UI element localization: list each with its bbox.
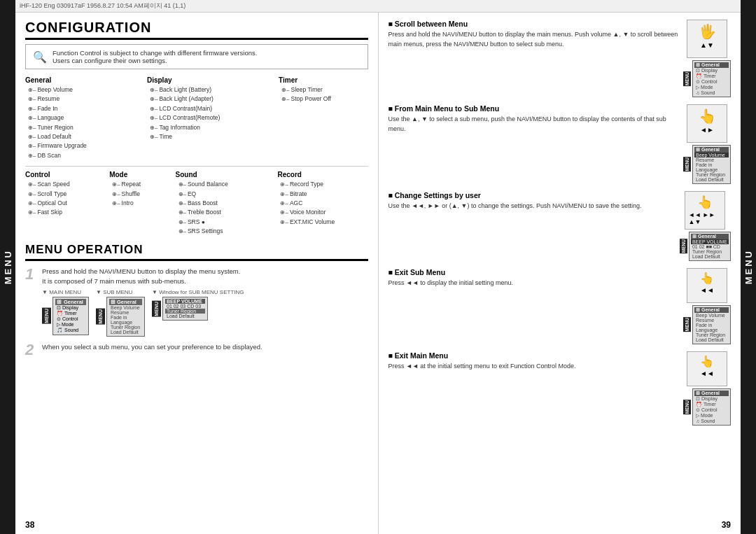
config-mode-items: ⊕–Repeat⊕–Shuffle⊕–Intro [109,180,172,208]
main-menu-label: ▼ MAIN MENU [42,289,89,295]
exit-main-text: Press ◄◄ at the initial setting menu to … [388,362,680,372]
left-page-number: 38 [25,520,34,530]
config-item: ⊕–Resume [25,94,144,104]
config-item: ⊕–Scan Speed [25,180,106,189]
config-col-general: General ⊕–Beep Volume⊕–Resume⊕–Fade In⊕–… [25,76,144,160]
right-page-number: 39 [722,520,731,530]
step-2-number: 2 [25,342,38,358]
config-col-control: Control ⊕–Scan Speed⊕–Scroll Type⊕–Optic… [25,171,106,236]
config-item: ⊕–SRS ● [176,218,275,227]
config-item: ⊕–Optical Out [25,199,106,208]
config-item: ⊕–Load Default [25,132,144,141]
config-col-sound-header: Sound [176,171,275,178]
step-2-text: When you select a sub menu, you can set … [42,342,368,358]
step-1-text-1: Press and hold the NAVI/MENU button to d… [42,267,368,276]
config-item: ⊕–Time [147,132,276,141]
config-col-display: Display ⊕–Back Light (Battery)⊕–Back Lig… [147,76,276,160]
config-item: ⊕–Scroll Type [25,190,106,199]
main-menu-list: ⊞General ⊡Display ⏰Timer ⊙Control ▷Mode … [52,297,89,335]
config-col-mode-header: Mode [109,171,172,178]
window-label: ▼ Window for SUB MENU SETTING [152,289,244,295]
config-item: ⊕–Voice Monitor [277,208,368,217]
main-to-sub-header: ■ From Main Menu to Sub Menu [388,104,680,113]
step-1-text-2: It is composed of 7 main menus with sub-… [42,276,368,286]
config-item: ⊕–LCD Contrast(Main) [147,104,276,113]
config-item: ⊕–Beep Volume [25,85,144,94]
config-col-control-header: Control [25,171,106,178]
left-page: CONFIGURATION 🔍 Function Control is subj… [15,13,379,534]
top-header-text: iHF-120 Eng 030917aF 1956.8.27 10:54 AM페… [20,1,186,10]
config-display-items: ⊕–Back Light (Battery)⊕–Back Light (Adap… [147,85,276,141]
config-col-mode: Mode ⊕–Repeat⊕–Shuffle⊕–Intro [109,171,172,236]
config-record-items: ⊕–Record Type⊕–Bitrate⊕–AGC⊕–Voice Monit… [277,180,368,227]
right-page: ■ Scroll between Menu Press and hold the… [379,13,741,534]
config-control-items: ⊕–Scan Speed⊕–Scroll Type⊕–Optical Out⊕–… [25,180,106,218]
main-to-sub-device-icon: 👆 ◄► [687,104,727,143]
step-2-block: 2 When you select a sub menu, you can se… [25,342,368,358]
config-general-items: ⊕–Beep Volume⊕–Resume⊕–Fade In⊕–Language… [25,85,144,160]
config-item: ⊕–Treble Boost [176,208,275,217]
exit-sub-menu-list: ⊞General Beep Volume Resume Fade in Lang… [692,305,731,344]
main-to-sub-text: Use the ▲, ▼ to select a sub menu, push … [388,115,680,134]
scroll-header: ■ Scroll between Menu [388,20,680,28]
config-item: ⊕–Tuner Region [25,123,144,132]
change-settings-header: ■ Change Settings by user [388,191,676,199]
info-icon: 🔍 [33,50,47,64]
config-item: ⊕–Language [25,113,144,122]
right-tab-label: MENU [743,249,754,284]
scroll-menu-list: ⊞General ⊡Display ⏰Timer ⊙Control ▷Mode … [692,60,731,97]
config-item: ⊕–Repeat [109,180,172,189]
right-side-tab: MENU [741,0,756,534]
section-main-to-sub: ■ From Main Menu to Sub Menu Use the ▲, … [388,104,732,184]
window-sub-menu-diagram: ▼ Window for SUB MENU SETTING MENU BEEP … [152,289,244,321]
sub-menu-list: ⊞General Beep Volume Resume Fade in Lang… [106,297,145,337]
config-col-timer-header: Timer [279,76,368,84]
info-box: 🔍 Function Control is subject to change … [25,44,368,69]
config-item: ⊕–Bass Boost [176,199,275,208]
main-menu-diagram: ▼ MAIN MENU MENU ⊞General ⊡Display ⏰Time… [42,289,89,335]
config-col-timer: Timer ⊕–Sleep Timer⊕–Stop Power Off [279,76,368,160]
window-sub-list: BEEP VOLUME 01 02 03 CD 03 Tuner Region … [162,297,208,321]
sub-menu-label: ▼ SUB MENU [96,289,145,295]
config-item: ⊕–Shuffle [109,190,172,199]
config-item: ⊕–EXT.MIC Volume [277,218,368,227]
main-to-sub-menu-list: ⊞General Beep Volume Resume Fade in Lang… [692,145,731,184]
section-exit-sub: ■ Exit Sub Menu Press ◄◄ to display the … [388,268,732,344]
config-item: ⊕–LCD Contrast(Remote) [147,113,276,122]
step-1-diagram: ▼ MAIN MENU MENU ⊞General ⊡Display ⏰Time… [42,289,368,337]
config-title: CONFIGURATION [25,20,151,36]
config-col-display-header: Display [147,76,276,84]
config-item: ⊕–DB Scan [25,151,144,160]
config-timer-items: ⊕–Sleep Timer⊕–Stop Power Off [279,85,368,104]
left-tab-label: MENU [3,249,13,284]
change-settings-device-icon: 👆 ◄◄ ►► ▲▼ [685,191,725,230]
config-item: ⊕–Sound Balance [176,180,275,189]
exit-main-menu-list: ⊞General ⊡Display ⏰Timer ⊙Control ▷Mode … [692,388,731,426]
left-side-tab: MENU [0,0,15,534]
change-settings-text: Use the ◄◄, ►► or (▲, ▼) to change the s… [388,202,676,211]
scroll-device-icon: 🖐 ▲▼ [687,20,727,58]
config-col-record: Record ⊕–Record Type⊕–Bitrate⊕–AGC⊕–Voic… [277,171,368,236]
config-col-sound: Sound ⊕–Sound Balance⊕–EQ⊕–Bass Boost⊕–T… [176,171,275,236]
config-item: ⊕–EQ [176,190,275,199]
config-item: ⊕–Fade In [25,104,144,113]
config-item: ⊕–SRS Settings [176,227,275,236]
config-item: ⊕–Tag Information [147,123,276,132]
menu-op-title: MENU OPERATION [25,243,144,256]
config-item: ⊕–Stop Power Off [279,94,368,104]
config-item: ⊕–Firmware Upgrade [25,141,144,150]
config-item: ⊕–Fast Skip [25,208,106,217]
config-item: ⊕–Intro [109,199,172,208]
section-change-settings: ■ Change Settings by user Use the ◄◄, ►►… [388,191,732,261]
change-settings-menu-list: ⊞General BEEP VOLUME 01 02 ■■ CD Tuner R… [689,232,731,261]
sub-menu-diagram: ▼ SUB MENU MENU ⊞General Beep Volume Res… [96,289,145,337]
info-text-1: Function Control is subject to change wi… [52,49,257,57]
config-item: ⊕–Sleep Timer [279,85,368,94]
exit-sub-device-icon: 👆 ◄◄ [687,268,727,303]
config-item: ⊕–AGC [277,199,368,208]
section-exit-main: ■ Exit Main Menu Press ◄◄ at the initial… [388,351,732,426]
step-1-block: 1 Press and hold the NAVI/MENU button to… [25,267,368,337]
info-text-2: Users can configure their own settings. [52,57,257,64]
exit-sub-header: ■ Exit Sub Menu [388,268,680,276]
top-header-bar: iHF-120 Eng 030917aF 1956.8.27 10:54 AM페… [15,0,741,13]
